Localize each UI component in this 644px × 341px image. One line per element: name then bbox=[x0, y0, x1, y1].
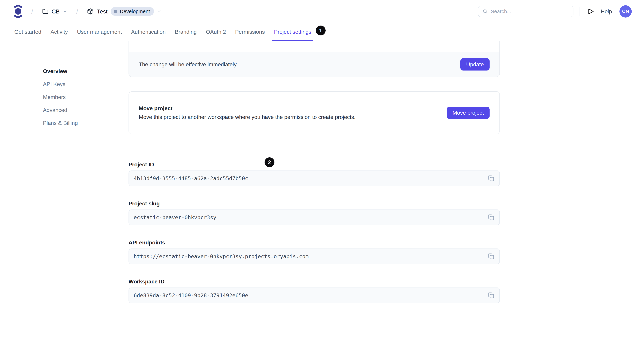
copy-project-id-button[interactable] bbox=[486, 174, 496, 183]
page-body: Overview API Keys Members Advanced Plans… bbox=[0, 41, 644, 303]
copy-icon bbox=[488, 292, 495, 299]
tab-permissions[interactable]: Permissions bbox=[234, 23, 266, 41]
api-endpoints-field: https://ecstatic-beaver-0hkvpcr3sy.proje… bbox=[128, 249, 500, 264]
project-name: Test bbox=[97, 8, 108, 15]
tab-activity[interactable]: Activity bbox=[50, 23, 68, 41]
play-icon[interactable] bbox=[587, 7, 595, 16]
project-switcher[interactable]: Test Development bbox=[87, 7, 162, 16]
workspace-id-label: Workspace ID bbox=[128, 279, 500, 285]
environment-badge: Development bbox=[111, 7, 154, 16]
project-slug-field: ecstatic-beaver-0hkvpcr3sy bbox=[128, 210, 500, 225]
project-id-label: Project ID bbox=[128, 161, 500, 168]
annotation-badge-1: 1 bbox=[316, 25, 326, 35]
header-actions: Help CN bbox=[478, 5, 632, 17]
help-link[interactable]: Help bbox=[601, 8, 612, 15]
settings-sidebar: Overview API Keys Members Advanced Plans… bbox=[0, 41, 128, 129]
copy-project-slug-button[interactable] bbox=[486, 213, 496, 222]
update-message: The change will be effective immediately bbox=[139, 61, 236, 68]
settings-main: The change will be effective immediately… bbox=[128, 41, 500, 303]
update-button[interactable]: Update bbox=[460, 58, 490, 70]
sidebar-item-api-keys[interactable]: API Keys bbox=[43, 78, 128, 91]
chevron-down-icon bbox=[157, 9, 162, 14]
move-project-card: Move project Move this project to anothe… bbox=[128, 91, 500, 134]
sidebar-item-overview[interactable]: Overview bbox=[43, 65, 128, 78]
top-header: / CB / Test Development bbox=[0, 0, 644, 23]
annotation-badge-2: 2 bbox=[264, 157, 274, 167]
move-project-description: Move this project to another workspace w… bbox=[139, 114, 356, 120]
sidebar-item-members[interactable]: Members bbox=[43, 91, 128, 104]
tab-project-settings[interactable]: Project settings 1 bbox=[273, 23, 312, 41]
breadcrumb-separator: / bbox=[72, 8, 82, 15]
tab-project-settings-label: Project settings bbox=[274, 29, 311, 35]
tab-authentication[interactable]: Authentication bbox=[130, 23, 166, 41]
chevron-down-icon bbox=[63, 9, 68, 14]
update-card: The change will be effective immediately… bbox=[128, 41, 500, 77]
update-card-body bbox=[129, 41, 500, 52]
app-window: / CB / Test Development bbox=[0, 0, 644, 341]
breadcrumb: / CB / Test Development bbox=[14, 4, 162, 18]
search-input[interactable] bbox=[491, 8, 569, 14]
tab-user-management[interactable]: User management bbox=[76, 23, 122, 41]
search-box[interactable] bbox=[478, 6, 574, 17]
copy-icon bbox=[488, 253, 495, 260]
workspace-id-section: Workspace ID 6de839da-8c52-4109-9b28-379… bbox=[128, 279, 500, 303]
move-project-title: Move project bbox=[139, 105, 356, 112]
update-card-footer: The change will be effective immediately… bbox=[129, 52, 500, 77]
workspace-switcher[interactable]: CB bbox=[42, 8, 68, 15]
avatar[interactable]: CN bbox=[620, 5, 632, 17]
project-id-value: 4b13df9d-3555-4485-a62a-2adc55d7b50c bbox=[134, 175, 248, 181]
api-endpoints-label: API endpoints bbox=[128, 240, 500, 246]
breadcrumb-separator: / bbox=[27, 8, 37, 15]
copy-icon bbox=[488, 214, 495, 221]
project-id-field: 4b13df9d-3555-4485-a62a-2adc55d7b50c bbox=[128, 170, 500, 186]
sidebar-item-advanced[interactable]: Advanced bbox=[43, 104, 128, 116]
ory-logo[interactable] bbox=[14, 4, 22, 18]
move-project-text: Move project Move this project to anothe… bbox=[139, 105, 356, 120]
api-endpoints-value: https://ecstatic-beaver-0hkvpcr3sy.proje… bbox=[134, 253, 309, 259]
sidebar-item-plans-billing[interactable]: Plans & Billing bbox=[43, 116, 128, 129]
tab-get-started[interactable]: Get started bbox=[14, 23, 42, 41]
folder-icon bbox=[42, 8, 48, 15]
header-divider bbox=[580, 7, 580, 16]
workspace-id-value: 6de839da-8c52-4109-9b28-3791492e650e bbox=[134, 292, 248, 299]
tab-oauth2[interactable]: OAuth 2 bbox=[205, 23, 226, 41]
environment-label: Development bbox=[120, 8, 150, 14]
package-icon bbox=[87, 8, 94, 15]
search-icon bbox=[482, 8, 488, 14]
project-id-section: Project ID 4b13df9d-3555-4485-a62a-2adc5… bbox=[128, 161, 500, 186]
workspace-name: CB bbox=[52, 8, 60, 15]
copy-workspace-id-button[interactable] bbox=[486, 291, 496, 300]
environment-dot-icon bbox=[114, 10, 117, 13]
project-tabbar: Get started Activity User management Aut… bbox=[0, 23, 644, 41]
workspace-id-field: 6de839da-8c52-4109-9b28-3791492e650e bbox=[128, 288, 500, 303]
move-project-button[interactable]: Move project bbox=[447, 107, 490, 119]
project-slug-section: Project slug ecstatic-beaver-0hkvpcr3sy bbox=[128, 200, 500, 225]
copy-api-endpoints-button[interactable] bbox=[486, 252, 496, 261]
tab-branding[interactable]: Branding bbox=[174, 23, 198, 41]
copy-icon bbox=[488, 175, 495, 182]
project-slug-label: Project slug bbox=[128, 200, 500, 207]
api-endpoints-section: API endpoints https://ecstatic-beaver-0h… bbox=[128, 240, 500, 264]
project-slug-value: ecstatic-beaver-0hkvpcr3sy bbox=[134, 214, 216, 220]
